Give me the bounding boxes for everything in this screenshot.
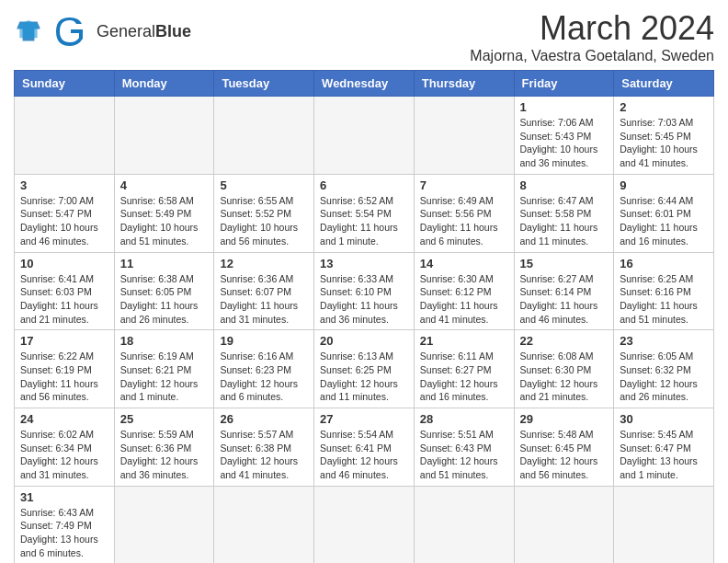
subtitle: Majorna, Vaestra Goetaland, Sweden bbox=[470, 48, 714, 64]
day-number: 3 bbox=[20, 178, 108, 192]
day-info: Sunrise: 6:47 AM Sunset: 5:58 PM Dayligh… bbox=[520, 194, 609, 248]
day-number: 5 bbox=[220, 178, 308, 192]
day-number: 20 bbox=[320, 334, 408, 348]
day-info: Sunrise: 6:19 AM Sunset: 6:21 PM Dayligh… bbox=[120, 350, 209, 404]
day-number: 18 bbox=[120, 334, 209, 348]
day-info: Sunrise: 6:02 AM Sunset: 6:34 PM Dayligh… bbox=[20, 428, 108, 482]
week-row-6: 31Sunrise: 6:43 AM Sunset: 7:49 PM Dayli… bbox=[15, 486, 714, 563]
day-cell: 23Sunrise: 6:05 AM Sunset: 6:32 PM Dayli… bbox=[614, 330, 714, 408]
day-number: 1 bbox=[520, 100, 609, 114]
main-title: March 2024 bbox=[470, 9, 714, 48]
day-info: Sunrise: 6:22 AM Sunset: 6:19 PM Dayligh… bbox=[20, 350, 108, 404]
day-info: Sunrise: 5:51 AM Sunset: 6:43 PM Dayligh… bbox=[420, 428, 508, 482]
day-cell: 6Sunrise: 6:52 AM Sunset: 5:54 PM Daylig… bbox=[314, 174, 415, 252]
day-cell: 14Sunrise: 6:30 AM Sunset: 6:12 PM Dayli… bbox=[414, 252, 514, 330]
day-number: 11 bbox=[120, 257, 209, 270]
weekday-header-tuesday: Tuesday bbox=[214, 71, 314, 97]
day-cell: 11Sunrise: 6:38 AM Sunset: 6:05 PM Dayli… bbox=[114, 252, 214, 330]
day-info: Sunrise: 6:27 AM Sunset: 6:14 PM Dayligh… bbox=[520, 272, 609, 327]
day-info: Sunrise: 5:48 AM Sunset: 6:45 PM Dayligh… bbox=[520, 428, 609, 482]
day-number: 14 bbox=[420, 257, 508, 270]
generalblue-logo-icon bbox=[14, 18, 43, 44]
day-info: Sunrise: 7:00 AM Sunset: 5:47 PM Dayligh… bbox=[20, 194, 108, 248]
day-info: Sunrise: 5:57 AM Sunset: 6:38 PM Dayligh… bbox=[220, 428, 308, 482]
day-info: Sunrise: 5:54 AM Sunset: 6:41 PM Dayligh… bbox=[320, 428, 408, 482]
day-cell: 9Sunrise: 6:44 AM Sunset: 6:01 PM Daylig… bbox=[614, 174, 714, 252]
title-area: March 2024 Majorna, Vaestra Goetaland, S… bbox=[470, 9, 714, 64]
day-info: Sunrise: 6:11 AM Sunset: 6:27 PM Dayligh… bbox=[420, 350, 508, 404]
day-info: Sunrise: 6:58 AM Sunset: 5:49 PM Dayligh… bbox=[120, 194, 209, 248]
day-number: 28 bbox=[420, 412, 508, 426]
day-cell bbox=[15, 97, 115, 175]
day-info: Sunrise: 6:05 AM Sunset: 6:32 PM Dayligh… bbox=[620, 350, 708, 404]
day-number: 22 bbox=[520, 334, 609, 348]
day-info: Sunrise: 7:06 AM Sunset: 5:43 PM Dayligh… bbox=[520, 116, 609, 170]
day-info: Sunrise: 5:45 AM Sunset: 6:47 PM Dayligh… bbox=[620, 428, 708, 482]
day-cell bbox=[214, 97, 314, 175]
day-cell: 15Sunrise: 6:27 AM Sunset: 6:14 PM Dayli… bbox=[514, 252, 614, 330]
day-cell: 7Sunrise: 6:49 AM Sunset: 5:56 PM Daylig… bbox=[414, 174, 514, 252]
day-cell: 18Sunrise: 6:19 AM Sunset: 6:21 PM Dayli… bbox=[114, 330, 214, 408]
weekday-header-monday: Monday bbox=[114, 71, 214, 97]
day-cell bbox=[514, 486, 614, 563]
day-number: 25 bbox=[120, 412, 209, 426]
day-info: Sunrise: 6:30 AM Sunset: 6:12 PM Dayligh… bbox=[420, 272, 508, 327]
day-number: 10 bbox=[20, 257, 108, 270]
day-number: 12 bbox=[220, 257, 308, 270]
week-row-5: 24Sunrise: 6:02 AM Sunset: 6:34 PM Dayli… bbox=[15, 408, 714, 487]
day-cell: 4Sunrise: 6:58 AM Sunset: 5:49 PM Daylig… bbox=[114, 174, 214, 252]
day-cell bbox=[214, 486, 314, 563]
day-number: 26 bbox=[220, 412, 308, 426]
day-info: Sunrise: 7:03 AM Sunset: 5:45 PM Dayligh… bbox=[620, 116, 708, 170]
logo: GeneralBlue bbox=[14, 13, 191, 50]
week-row-2: 3Sunrise: 7:00 AM Sunset: 5:47 PM Daylig… bbox=[15, 174, 714, 252]
day-info: Sunrise: 6:33 AM Sunset: 6:10 PM Dayligh… bbox=[320, 272, 408, 327]
day-cell: 17Sunrise: 6:22 AM Sunset: 6:19 PM Dayli… bbox=[15, 330, 115, 408]
weekday-header-row: SundayMondayTuesdayWednesdayThursdayFrid… bbox=[15, 71, 714, 97]
day-cell bbox=[614, 486, 714, 563]
calendar: SundayMondayTuesdayWednesdayThursdayFrid… bbox=[14, 70, 714, 563]
day-info: Sunrise: 6:49 AM Sunset: 5:56 PM Dayligh… bbox=[420, 194, 508, 248]
day-cell: 20Sunrise: 6:13 AM Sunset: 6:25 PM Dayli… bbox=[314, 330, 415, 408]
day-cell: 21Sunrise: 6:11 AM Sunset: 6:27 PM Dayli… bbox=[414, 330, 514, 408]
day-cell: 2Sunrise: 7:03 AM Sunset: 5:45 PM Daylig… bbox=[614, 97, 714, 175]
day-info: Sunrise: 6:16 AM Sunset: 6:23 PM Dayligh… bbox=[220, 350, 308, 404]
day-info: Sunrise: 5:59 AM Sunset: 6:36 PM Dayligh… bbox=[120, 428, 209, 482]
weekday-header-thursday: Thursday bbox=[414, 71, 514, 97]
weekday-header-wednesday: Wednesday bbox=[314, 71, 415, 97]
day-number: 8 bbox=[520, 178, 609, 192]
week-row-4: 17Sunrise: 6:22 AM Sunset: 6:19 PM Dayli… bbox=[15, 330, 714, 408]
day-number: 15 bbox=[520, 257, 609, 270]
week-row-1: 1Sunrise: 7:06 AM Sunset: 5:43 PM Daylig… bbox=[15, 97, 714, 175]
day-cell bbox=[314, 486, 415, 563]
day-cell: 25Sunrise: 5:59 AM Sunset: 6:36 PM Dayli… bbox=[114, 408, 214, 487]
weekday-header-sunday: Sunday bbox=[15, 71, 115, 97]
day-cell bbox=[414, 486, 514, 563]
day-cell: 24Sunrise: 6:02 AM Sunset: 6:34 PM Dayli… bbox=[15, 408, 115, 487]
day-cell: 12Sunrise: 6:36 AM Sunset: 6:07 PM Dayli… bbox=[214, 252, 314, 330]
day-number: 27 bbox=[320, 412, 408, 426]
day-number: 30 bbox=[620, 412, 708, 426]
day-cell: 26Sunrise: 5:57 AM Sunset: 6:38 PM Dayli… bbox=[214, 408, 314, 487]
day-cell: 22Sunrise: 6:08 AM Sunset: 6:30 PM Dayli… bbox=[514, 330, 614, 408]
day-cell bbox=[314, 97, 415, 175]
day-cell: 8Sunrise: 6:47 AM Sunset: 5:58 PM Daylig… bbox=[514, 174, 614, 252]
day-info: Sunrise: 6:13 AM Sunset: 6:25 PM Dayligh… bbox=[320, 350, 408, 404]
weekday-header-saturday: Saturday bbox=[614, 71, 714, 97]
weekday-header-friday: Friday bbox=[514, 71, 614, 97]
day-number: 24 bbox=[20, 412, 108, 426]
day-cell: 1Sunrise: 7:06 AM Sunset: 5:43 PM Daylig… bbox=[514, 97, 614, 175]
day-number: 31 bbox=[20, 490, 108, 504]
day-number: 23 bbox=[620, 334, 708, 348]
day-info: Sunrise: 6:25 AM Sunset: 6:16 PM Dayligh… bbox=[620, 272, 708, 327]
day-number: 16 bbox=[620, 257, 708, 270]
day-cell: 27Sunrise: 5:54 AM Sunset: 6:41 PM Dayli… bbox=[314, 408, 415, 487]
day-cell: 29Sunrise: 5:48 AM Sunset: 6:45 PM Dayli… bbox=[514, 408, 614, 487]
day-cell bbox=[114, 486, 214, 563]
day-info: Sunrise: 6:41 AM Sunset: 6:03 PM Dayligh… bbox=[20, 272, 108, 327]
day-info: Sunrise: 6:44 AM Sunset: 6:01 PM Dayligh… bbox=[620, 194, 708, 248]
day-info: Sunrise: 6:36 AM Sunset: 6:07 PM Dayligh… bbox=[220, 272, 308, 327]
day-number: 29 bbox=[520, 412, 609, 426]
header: GeneralBlue March 2024 Majorna, Vaestra … bbox=[14, 9, 714, 64]
day-number: 19 bbox=[220, 334, 308, 348]
